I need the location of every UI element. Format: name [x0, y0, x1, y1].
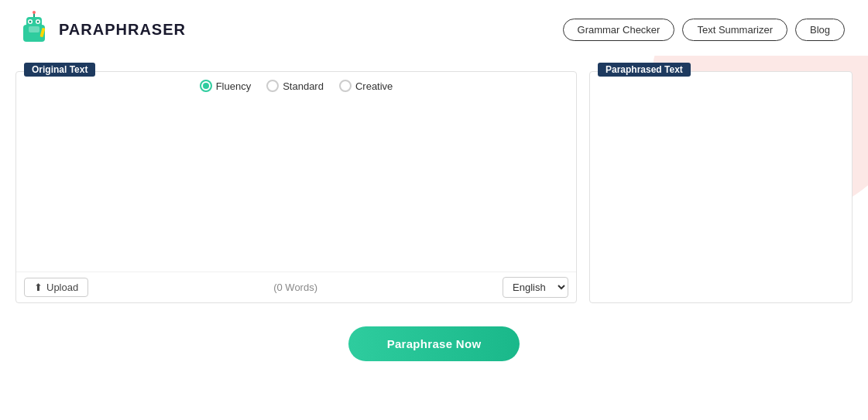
word-count: (0 Words) — [273, 282, 317, 293]
original-text-input[interactable] — [16, 97, 576, 271]
header: PARAPHRASER Grammar Checker Text Summari… — [0, 0, 868, 56]
creative-radio[interactable] — [339, 80, 352, 92]
original-text-panel: Original Text Fluency Standard Creative — [15, 71, 577, 303]
upload-icon: ⬆ — [34, 282, 43, 293]
left-bottom-bar: ⬆ Upload (0 Words) English Spanish Frenc… — [16, 271, 576, 302]
standard-mode-option[interactable]: Standard — [266, 80, 324, 92]
svg-point-4 — [29, 21, 32, 23]
paraphrased-text-label: Paraphrased Text — [598, 63, 691, 77]
nav-buttons: Grammar Checker Text Summarizer Blog — [563, 19, 845, 41]
logo-icon — [15, 11, 53, 48]
text-summarizer-button[interactable]: Text Summarizer — [682, 19, 787, 41]
logo-text: PARAPHRASER — [59, 21, 186, 39]
fluency-label: Fluency — [216, 80, 252, 92]
standard-label: Standard — [283, 80, 324, 92]
mode-selector: Fluency Standard Creative — [16, 72, 576, 97]
svg-point-5 — [37, 21, 39, 23]
fluency-mode-option[interactable]: Fluency — [200, 80, 252, 92]
blog-button[interactable]: Blog — [795, 19, 845, 41]
upload-label: Upload — [46, 282, 78, 293]
paraphrase-now-button[interactable]: Paraphrase Now — [348, 326, 520, 361]
creative-mode-option[interactable]: Creative — [339, 80, 393, 92]
standard-radio[interactable] — [266, 80, 279, 92]
logo-area: PARAPHRASER — [15, 11, 186, 48]
creative-label: Creative — [355, 80, 393, 92]
svg-point-7 — [33, 11, 36, 14]
grammar-checker-button[interactable]: Grammar Checker — [563, 19, 675, 41]
fluency-radio[interactable] — [200, 80, 212, 92]
paraphrased-text-panel: Paraphrased Text — [589, 71, 853, 303]
language-select[interactable]: English Spanish French German — [503, 277, 568, 298]
svg-rect-8 — [29, 26, 39, 32]
upload-button[interactable]: ⬆ Upload — [24, 278, 88, 297]
button-area: Paraphrase Now — [0, 303, 868, 361]
original-text-label: Original Text — [24, 63, 95, 77]
